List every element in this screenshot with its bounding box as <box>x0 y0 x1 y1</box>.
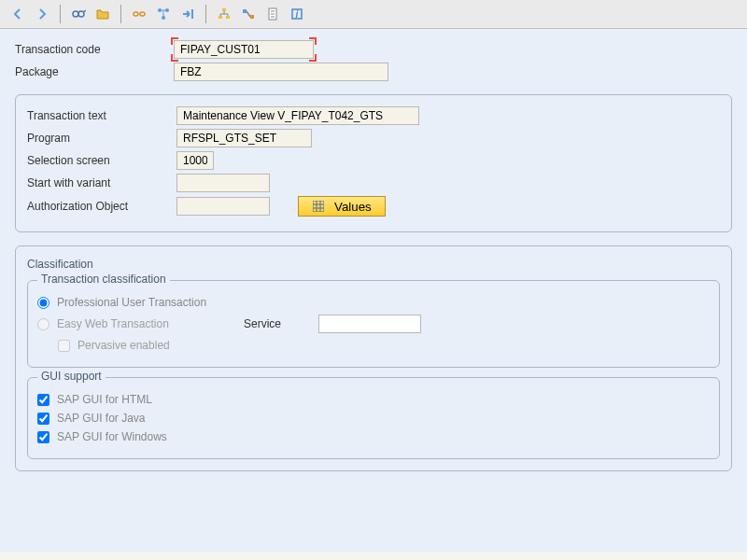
details-panel: Transaction text Program Selection scree… <box>15 94 732 232</box>
svg-rect-10 <box>218 16 222 19</box>
pervasive-checkbox-row: Pervasive enabled <box>58 339 710 352</box>
svg-point-0 <box>73 11 78 17</box>
grid-icon <box>312 200 325 213</box>
program-row: Program <box>27 129 720 147</box>
professional-radio[interactable] <box>37 297 49 309</box>
transaction-classification-title: Transaction classification <box>37 273 170 286</box>
svg-text:i: i <box>296 9 299 20</box>
svg-rect-4 <box>140 12 145 16</box>
classification-title: Classification <box>27 258 720 271</box>
separator <box>120 5 121 23</box>
gui-support-group: GUI support SAP GUI for HTML SAP GUI for… <box>27 377 720 459</box>
folder-icon[interactable] <box>92 4 113 24</box>
selection-screen-row: Selection screen <box>27 151 720 170</box>
separator <box>60 5 61 23</box>
selection-screen-input[interactable] <box>176 151 214 170</box>
forward-icon[interactable] <box>32 4 52 24</box>
selection-screen-label: Selection screen <box>27 154 176 167</box>
svg-rect-20 <box>313 201 324 212</box>
easy-web-radio-row: Easy Web Transaction Service <box>37 315 710 333</box>
transaction-classification-group: Transaction classification Professional … <box>27 280 720 368</box>
professional-label: Professional User Transaction <box>57 296 206 309</box>
program-input[interactable] <box>176 129 312 147</box>
program-label: Program <box>27 132 176 145</box>
authorization-object-label: Authorization Object <box>27 200 176 213</box>
svg-rect-11 <box>226 16 230 19</box>
values-button[interactable]: Values <box>298 196 386 217</box>
start-with-variant-label: Start with variant <box>27 176 176 189</box>
separator <box>205 5 206 23</box>
gui-windows-label: SAP GUI for Windows <box>57 430 167 443</box>
transaction-code-row: Transaction code <box>15 40 732 59</box>
gui-java-row: SAP GUI for Java <box>37 412 710 425</box>
gui-java-checkbox[interactable] <box>37 413 49 425</box>
export-icon[interactable] <box>177 4 198 24</box>
transaction-code-label: Transaction code <box>15 43 174 56</box>
back-icon[interactable] <box>7 4 28 24</box>
easy-web-label: Easy Web Transaction <box>57 317 244 330</box>
gui-html-label: SAP GUI for HTML <box>57 393 152 406</box>
chain-icon[interactable] <box>129 4 149 24</box>
svg-rect-13 <box>250 15 254 19</box>
nodes-icon[interactable] <box>153 4 174 24</box>
svg-line-2 <box>83 10 86 12</box>
content-area: Transaction code Package Transaction tex… <box>0 29 747 552</box>
package-row: Package <box>15 63 732 81</box>
transaction-text-row: Transaction text <box>27 106 720 125</box>
easy-web-radio[interactable] <box>37 318 49 330</box>
gui-support-title: GUI support <box>37 370 106 383</box>
assign-icon[interactable] <box>238 4 259 24</box>
pervasive-label: Pervasive enabled <box>78 339 170 352</box>
svg-rect-3 <box>134 12 138 16</box>
document-icon[interactable] <box>262 4 283 24</box>
gui-windows-row: SAP GUI for Windows <box>37 430 710 443</box>
pervasive-checkbox[interactable] <box>58 340 70 352</box>
svg-rect-12 <box>243 9 247 13</box>
values-button-label: Values <box>334 200 372 214</box>
toolbar: i <box>0 0 747 29</box>
classification-panel: Classification Transaction classificatio… <box>15 245 732 471</box>
start-with-variant-input[interactable] <box>176 174 270 192</box>
transaction-text-label: Transaction text <box>27 109 176 122</box>
service-input[interactable] <box>318 315 421 333</box>
info-icon[interactable]: i <box>287 4 307 24</box>
gui-html-checkbox[interactable] <box>37 394 49 406</box>
gui-html-row: SAP GUI for HTML <box>37 393 710 406</box>
package-input[interactable] <box>174 63 388 81</box>
hierarchy-icon[interactable] <box>214 4 234 24</box>
service-label: Service <box>244 317 281 330</box>
transaction-code-input[interactable] <box>174 40 314 59</box>
authorization-object-row: Authorization Object Values <box>27 196 720 217</box>
display-icon[interactable] <box>68 4 89 24</box>
professional-radio-row: Professional User Transaction <box>37 296 710 309</box>
svg-rect-9 <box>222 8 226 11</box>
transaction-text-input[interactable] <box>176 106 419 125</box>
authorization-object-input[interactable] <box>176 197 270 216</box>
gui-java-label: SAP GUI for Java <box>57 412 145 425</box>
package-label: Package <box>15 65 174 78</box>
gui-windows-checkbox[interactable] <box>37 431 49 443</box>
start-with-variant-row: Start with variant <box>27 174 720 192</box>
